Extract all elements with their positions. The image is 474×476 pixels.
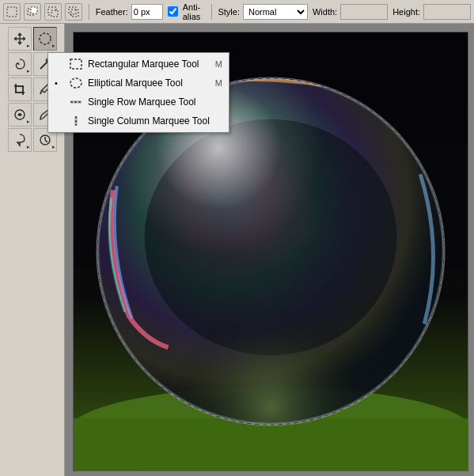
svg-rect-26: [74, 418, 468, 470]
svg-rect-6: [71, 9, 78, 17]
elliptical-check: •: [55, 78, 64, 88]
clone-stamp-arrow: ▸: [27, 144, 30, 150]
single-row-marquee-icon: [69, 95, 83, 109]
history-brush-arrow: ▸: [52, 144, 55, 150]
clone-stamp-btn[interactable]: ▸: [8, 128, 32, 152]
svg-line-12: [40, 90, 42, 94]
elliptical-marquee-icon: [69, 76, 83, 90]
divider-1: [89, 4, 89, 20]
dropdown-item-elliptical[interactable]: • Elliptical Marquee Tool M: [48, 74, 229, 93]
svg-rect-2: [31, 7, 37, 13]
anti-alias-checkbox[interactable]: [168, 6, 178, 17]
anti-alias-label: Anti-alias: [183, 2, 205, 21]
style-select[interactable]: Normal Fixed Ratio Fixed Size: [243, 4, 308, 20]
svg-rect-15: [70, 59, 82, 69]
lasso-tool-arrow: ▸: [27, 68, 30, 74]
elliptical-marquee-label: Elliptical Marquee Tool: [88, 77, 183, 89]
dropdown-item-single-col[interactable]: Single Column Marquee Tool: [48, 111, 229, 130]
feather-input[interactable]: [131, 4, 163, 20]
width-group: Width:: [313, 4, 388, 20]
height-input[interactable]: [423, 4, 471, 20]
single-col-marquee-icon: [69, 114, 83, 128]
crop-tool-btn[interactable]: [8, 77, 32, 101]
move-tool-btn[interactable]: ▸: [8, 27, 32, 51]
rectangular-shortcut: M: [215, 59, 222, 69]
feather-group: Feather:: [96, 4, 163, 20]
rectangular-marquee-label: Rectangular Marquee Tool: [88, 59, 199, 70]
marquee-tool-arrow: ▸: [52, 43, 55, 49]
main-toolbar: Feather: Anti-alias Style: Normal Fixed …: [0, 0, 474, 24]
subtract-selection-btn[interactable]: [44, 3, 62, 21]
height-group: Height:: [392, 4, 471, 20]
feather-label: Feather:: [96, 7, 128, 17]
rectangular-check: [55, 59, 64, 69]
dropdown-item-single-row[interactable]: Single Row Marquee Tool: [48, 93, 229, 111]
tool-row-1: ▸ ▸: [2, 27, 63, 51]
move-tool-arrow: ▸: [27, 43, 30, 49]
svg-rect-4: [51, 10, 58, 17]
tool-shape-group: [3, 3, 82, 21]
svg-rect-5: [69, 7, 76, 14]
rectangular-marquee-icon: [69, 57, 83, 71]
main-area: ▸ ▸ ▸ ▸: [0, 24, 474, 476]
add-selection-btn[interactable]: [24, 3, 41, 21]
intersect-selection-btn[interactable]: [65, 3, 82, 21]
marquee-tool-btn[interactable]: ▸: [33, 27, 57, 51]
style-label: Style:: [218, 7, 240, 17]
height-label: Height:: [392, 7, 420, 17]
lasso-tool-btn[interactable]: ▸: [8, 52, 32, 76]
width-label: Width:: [313, 7, 337, 17]
single-row-check: [55, 97, 64, 107]
antialias-group: Anti-alias: [168, 2, 205, 21]
tools-sidebar: ▸ ▸ ▸ ▸: [0, 24, 65, 476]
spot-heal-btn[interactable]: ▸: [8, 103, 32, 127]
single-row-marquee-label: Single Row Marquee Tool: [88, 96, 196, 108]
marquee-tool-dropdown: Rectangular Marquee Tool M • Elliptical …: [47, 52, 229, 133]
svg-line-8: [40, 62, 47, 69]
dropdown-item-rectangular[interactable]: Rectangular Marquee Tool M: [48, 55, 229, 74]
new-selection-btn[interactable]: [3, 3, 21, 21]
width-input[interactable]: [340, 4, 388, 20]
elliptical-shortcut: M: [215, 78, 222, 88]
svg-rect-0: [7, 7, 17, 17]
style-group: Style: Normal Fixed Ratio Fixed Size: [218, 4, 308, 20]
single-col-marquee-label: Single Column Marquee Tool: [88, 115, 210, 127]
divider-2: [211, 4, 212, 20]
single-col-check: [55, 116, 64, 126]
svg-point-16: [70, 78, 82, 88]
spot-heal-arrow: ▸: [27, 119, 30, 125]
svg-point-7: [40, 33, 51, 44]
